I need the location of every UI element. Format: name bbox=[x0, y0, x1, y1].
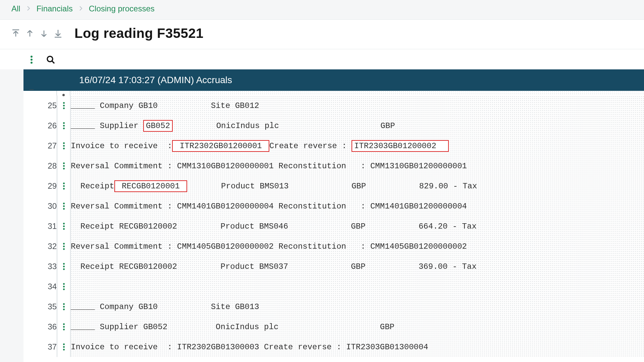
svg-point-39 bbox=[63, 308, 64, 310]
row-menu[interactable] bbox=[57, 337, 70, 357]
row-kebab-icon[interactable] bbox=[60, 221, 68, 231]
log-line-content bbox=[70, 277, 644, 297]
prev-record-icon[interactable] bbox=[24, 28, 36, 39]
first-record-icon[interactable] bbox=[10, 28, 21, 39]
breadcrumb-item-financials[interactable]: Financials bbox=[37, 4, 73, 13]
svg-point-30 bbox=[63, 248, 64, 250]
title-bar: Log reading F35521 bbox=[0, 19, 644, 49]
svg-point-43 bbox=[63, 343, 64, 345]
row-menu[interactable] bbox=[57, 96, 70, 116]
svg-point-14 bbox=[63, 145, 64, 146]
line-number: 37 bbox=[23, 337, 57, 357]
log-line-content: Invoice to receive : ITR2302GB01300003 C… bbox=[70, 337, 644, 357]
row-menu[interactable] bbox=[57, 297, 70, 317]
row-kebab-icon[interactable] bbox=[60, 161, 68, 171]
svg-point-31 bbox=[63, 263, 64, 264]
log-line-content: Invoice to receive : ITR2302GB01200001 C… bbox=[70, 136, 644, 156]
svg-point-2 bbox=[31, 56, 33, 58]
breadcrumb: All Financials Closing processes bbox=[0, 0, 644, 19]
row-kebab-icon[interactable] bbox=[60, 101, 68, 111]
svg-point-7 bbox=[63, 102, 64, 104]
log-header: 16/07/24 17:03:27 (ADMIN) Accruals bbox=[70, 69, 644, 91]
row-menu[interactable] bbox=[57, 156, 70, 176]
highlighted-value: ITR2303GB01200002 bbox=[352, 140, 449, 152]
log-row: 31 Receipt RECGB0120002 Product BMS046 G… bbox=[23, 216, 644, 236]
svg-point-22 bbox=[63, 202, 64, 204]
log-line-content: _____ Supplier GB052 OnicIndus plc GBP bbox=[70, 116, 644, 136]
line-number: 29 bbox=[23, 176, 57, 196]
svg-point-20 bbox=[63, 185, 64, 187]
svg-point-29 bbox=[63, 245, 64, 247]
highlighted-value: ITR2302GB01200001 bbox=[172, 140, 269, 152]
line-number: 34 bbox=[23, 277, 57, 297]
row-kebab-icon[interactable] bbox=[60, 322, 68, 332]
row-kebab-icon[interactable] bbox=[60, 141, 68, 151]
log-line-content: _____ Company GB10 Site GB012 bbox=[70, 96, 644, 116]
log-line-content: Reversal Commitment : CMM1401GB012000000… bbox=[70, 196, 644, 216]
log-row: 33 Receipt RECGB0120002 Product BMS037 G… bbox=[23, 256, 644, 277]
next-record-icon[interactable] bbox=[38, 28, 50, 39]
svg-line-6 bbox=[52, 61, 54, 63]
row-menu[interactable] bbox=[57, 277, 70, 297]
svg-point-40 bbox=[63, 323, 64, 325]
highlighted-value: RECGB0120001 bbox=[114, 180, 187, 192]
row-menu[interactable] bbox=[57, 256, 70, 277]
svg-point-10 bbox=[63, 122, 64, 124]
log-line-content: _____ Company GB10 Site GB013 bbox=[70, 297, 644, 317]
grid-toolbar bbox=[0, 49, 644, 69]
last-record-icon[interactable] bbox=[52, 28, 64, 39]
breadcrumb-item-closing-processes[interactable]: Closing processes bbox=[89, 4, 155, 13]
line-number: 32 bbox=[23, 236, 57, 256]
svg-point-45 bbox=[63, 349, 64, 350]
grid-actions-menu-icon[interactable] bbox=[28, 55, 36, 65]
line-number: 25 bbox=[23, 96, 57, 116]
row-menu[interactable] bbox=[57, 116, 70, 136]
line-number: 30 bbox=[23, 196, 57, 216]
svg-point-13 bbox=[63, 142, 64, 144]
svg-point-26 bbox=[63, 225, 64, 227]
breadcrumb-item-all[interactable]: All bbox=[11, 4, 20, 13]
row-kebab-icon[interactable] bbox=[60, 342, 68, 352]
line-number: 28 bbox=[23, 156, 57, 176]
svg-point-18 bbox=[63, 168, 64, 169]
log-row: 25_____ Company GB10 Site GB012 bbox=[23, 96, 644, 116]
svg-point-27 bbox=[63, 228, 64, 230]
svg-point-41 bbox=[63, 326, 64, 327]
log-row: 36_____ Supplier GB052 OnicIndus plc GBP bbox=[23, 317, 644, 337]
svg-point-8 bbox=[63, 105, 64, 106]
row-kebab-icon[interactable] bbox=[60, 241, 68, 251]
chevron-right-icon bbox=[78, 5, 84, 13]
svg-point-24 bbox=[63, 208, 64, 209]
line-number: 36 bbox=[23, 317, 57, 337]
search-icon[interactable] bbox=[46, 55, 56, 65]
line-number: 27 bbox=[23, 136, 57, 156]
row-kebab-icon[interactable] bbox=[60, 181, 68, 191]
svg-point-28 bbox=[63, 243, 64, 244]
svg-point-21 bbox=[63, 188, 64, 189]
svg-point-42 bbox=[63, 328, 64, 330]
row-kebab-icon[interactable] bbox=[60, 282, 68, 292]
row-kebab-icon[interactable] bbox=[60, 201, 68, 211]
row-menu[interactable] bbox=[57, 136, 70, 156]
row-menu[interactable] bbox=[57, 317, 70, 337]
dot-icon bbox=[62, 94, 65, 96]
row-kebab-icon[interactable] bbox=[60, 302, 68, 312]
row-kebab-icon[interactable] bbox=[60, 261, 68, 272]
row-menu[interactable] bbox=[57, 196, 70, 216]
row-menu[interactable] bbox=[57, 176, 70, 196]
log-row: 27Invoice to receive : ITR2302GB01200001… bbox=[23, 136, 644, 156]
log-line-content: _____ Supplier GB052 OnicIndus plc GBP bbox=[70, 317, 644, 337]
log-row: 30Reversal Commitment : CMM1401GB0120000… bbox=[23, 196, 644, 216]
log-line-content: Reversal Commitment : CMM1310GB012000000… bbox=[70, 156, 644, 176]
log-row: 35_____ Company GB10 Site GB013 bbox=[23, 297, 644, 317]
row-menu[interactable] bbox=[57, 236, 70, 256]
row-menu[interactable] bbox=[57, 216, 70, 236]
line-number: 31 bbox=[23, 216, 57, 236]
svg-point-38 bbox=[63, 306, 64, 307]
svg-point-5 bbox=[47, 56, 53, 62]
svg-point-36 bbox=[63, 288, 64, 290]
row-kebab-icon[interactable] bbox=[60, 121, 68, 131]
log-line-content: Receipt RECGB0120001 Product BMS013 GBP … bbox=[70, 176, 644, 196]
svg-point-32 bbox=[63, 265, 64, 267]
line-number: 33 bbox=[23, 256, 57, 277]
